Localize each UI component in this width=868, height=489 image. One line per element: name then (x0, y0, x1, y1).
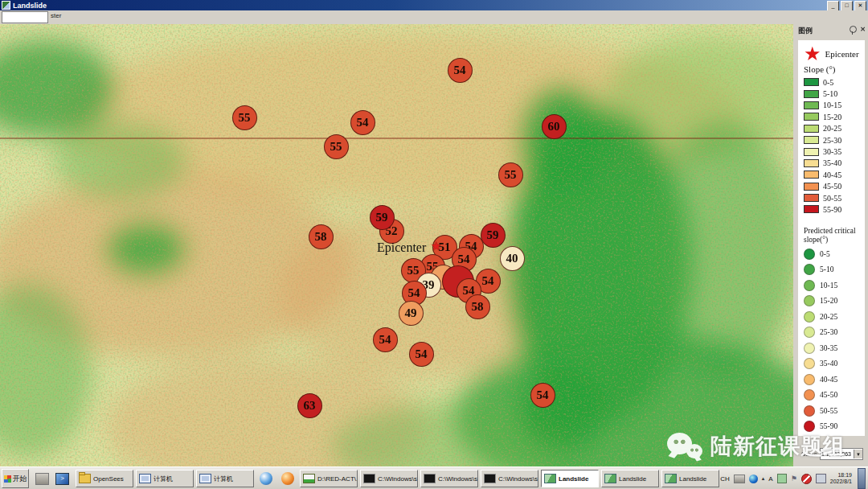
predicted-class-row: 5-10 (804, 261, 865, 277)
slope-class-label: 20-25 (823, 124, 841, 133)
slope-marker[interactable]: 55 (498, 162, 523, 187)
slope-marker[interactable]: 54 (350, 110, 375, 135)
taskbar-button-c-windows-s[interactable]: C:\Windows\s... (420, 470, 478, 487)
system-tray: CH ▴ A ⚑ 18:19 2022/8/1 (720, 468, 868, 489)
taskbar-button-计算机[interactable]: 计算机 (136, 470, 194, 487)
taskbar-button-landslide[interactable]: Landslide (661, 470, 719, 487)
title-bar: Landslide _□✕ (0, 0, 868, 10)
tray-green-icon[interactable] (777, 474, 787, 483)
slope-marker[interactable]: 49 (399, 301, 424, 326)
slope-class-row: 45-50 (804, 181, 865, 192)
toolbar-label: ster (51, 12, 61, 19)
predicted-class-row: 15-20 (804, 293, 865, 309)
slope-class-label: 0-5 (823, 78, 833, 87)
show-desktop-button[interactable] (858, 468, 866, 489)
predicted-class-row: 10-15 (804, 277, 865, 294)
legend-star-icon: ★ (804, 46, 821, 62)
slope-class-row: 10-15 (804, 100, 865, 111)
slope-class-row: 35-40 (804, 158, 865, 169)
taskbar-button-c-windows-s[interactable]: C:\Windows\s... (360, 470, 418, 487)
pin-icon[interactable] (850, 26, 857, 33)
predicted-class-row: 35-40 (804, 355, 865, 372)
taskbar-button-label: Landslide (679, 475, 706, 483)
taskbar-button-d-red-act[interactable]: D:\RED-ACT\... (300, 470, 358, 487)
powershell-icon[interactable]: > (55, 473, 69, 485)
slope-class-row: 25-30 (804, 134, 865, 146)
slope-class-label: 40-45 (823, 171, 841, 179)
slope-class-label: 15-20 (823, 113, 841, 121)
slope-marker[interactable]: 59 (481, 223, 506, 248)
windows-logo-icon (4, 475, 11, 483)
slope-class-row: 5-10 (804, 88, 865, 99)
predicted-legend-title: Predicted critical slope(°) (804, 227, 865, 244)
slope-marker[interactable]: 54 (373, 327, 398, 352)
predicted-class-row: 0-5 (804, 246, 865, 262)
taskbar-button-globe[interactable] (256, 470, 276, 487)
map-icon (544, 474, 556, 483)
epicenter-label: Epicenter (377, 240, 426, 255)
tray-printer-icon[interactable] (734, 475, 745, 483)
map-icon (665, 474, 677, 483)
taskbar-button-browser[interactable] (278, 470, 297, 487)
predicted-class-label: 30-35 (820, 344, 837, 352)
predicted-swatch (804, 249, 815, 260)
screen: Landslide _□✕ ster (0, 0, 868, 489)
taskbar-button-c-windows-s[interactable]: C:\Windows\s... (481, 470, 538, 487)
slope-class-row: 55-90 (804, 203, 865, 215)
language-indicator[interactable]: CH (720, 475, 730, 483)
tray-security-icon[interactable] (801, 474, 812, 484)
predicted-swatch (804, 264, 815, 275)
slope-class-row: 30-35 (804, 146, 865, 157)
slope-class-label: 35-40 (823, 158, 841, 167)
close-icon[interactable]: ✕ (860, 27, 866, 33)
map-view[interactable]: Epicenter ★ 5455545560555259585954515440… (0, 24, 793, 466)
taskbar-button-label: 计算机 (154, 475, 173, 483)
tray-network-icon[interactable] (816, 474, 826, 483)
taskbar-button-计算机[interactable]: 计算机 (196, 470, 254, 487)
taskbar-button-opensees[interactable]: OpenSees (76, 470, 133, 487)
chevron-down-icon[interactable]: ▼ (854, 450, 862, 458)
slope-swatch (804, 136, 819, 144)
slope-marker[interactable]: 55 (324, 134, 349, 159)
slope-class-row: 50-55 (804, 192, 865, 203)
slope-marker[interactable]: 40 (500, 246, 525, 271)
clock[interactable]: 18:19 2022/8/1 (830, 472, 852, 486)
input-method-icon[interactable]: A (768, 475, 772, 483)
predicted-swatch (804, 280, 815, 291)
window-title: Landslide (13, 2, 47, 10)
printer-icon[interactable] (35, 473, 49, 485)
taskbar-button-landslide[interactable]: Landslide (541, 470, 599, 487)
predicted-class-row: 25-30 (804, 324, 865, 340)
predicted-class-row: 20-25 (804, 309, 865, 325)
map-icon (604, 474, 616, 483)
scale-combo[interactable]: 1:1,442,863 ▼ (820, 448, 863, 460)
slope-marker[interactable]: 58 (309, 224, 334, 249)
slope-marker[interactable]: 54 (530, 383, 555, 408)
slope-class-label: 50-55 (823, 194, 841, 203)
predicted-class-row: 30-35 (804, 340, 865, 356)
folder-icon (79, 474, 91, 483)
slope-marker[interactable]: 54 (448, 58, 473, 83)
slope-class-label: 5-10 (823, 89, 837, 98)
taskbar-buttons: OpenSees计算机计算机D:\RED-ACT\...C:\Windows\s… (76, 470, 719, 487)
slope-marker[interactable]: 58 (465, 294, 490, 319)
slope-swatch (804, 159, 819, 167)
taskbar-button-landslide[interactable]: Landslide (601, 470, 659, 487)
slope-marker[interactable]: 63 (297, 393, 322, 418)
slope-marker[interactable]: 55 (232, 105, 257, 130)
predicted-swatch (804, 358, 815, 369)
slope-marker[interactable]: 60 (542, 114, 567, 139)
predicted-swatch (804, 421, 815, 432)
taskbar-button-label: OpenSees (93, 475, 124, 483)
layer-combo[interactable] (2, 11, 48, 23)
predicted-class-label: 50-55 (820, 407, 837, 415)
tray-expand-icon[interactable]: ▴ (762, 475, 765, 482)
taskbar-button-label: D:\RED-ACT\... (317, 475, 358, 483)
action-center-flag-icon[interactable]: ⚑ (791, 475, 797, 483)
taskbar-button-label: C:\Windows\s... (438, 475, 478, 483)
slope-marker[interactable]: 59 (370, 205, 395, 230)
slope-swatch (804, 78, 819, 86)
tray-app-icon[interactable] (749, 475, 758, 483)
start-button[interactable]: 开始 (2, 469, 29, 488)
slope-marker[interactable]: 54 (409, 342, 434, 367)
